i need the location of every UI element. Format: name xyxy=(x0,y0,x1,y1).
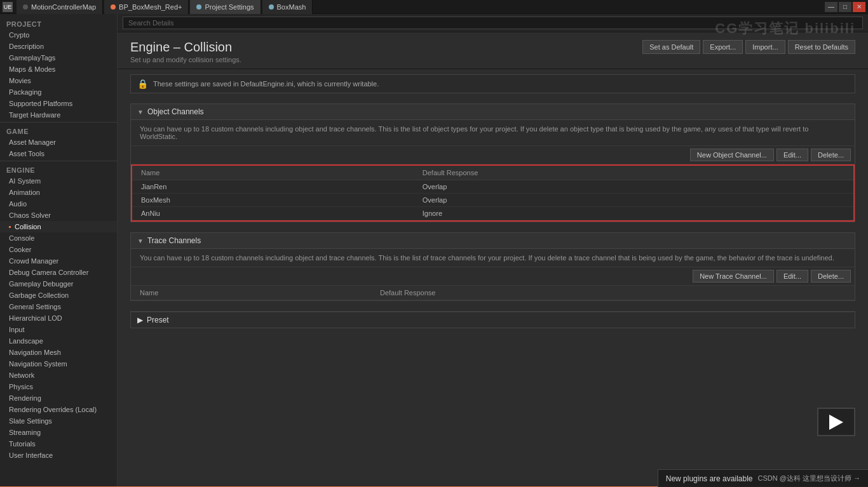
table-row[interactable]: AnNiu Ignore xyxy=(132,207,853,220)
sidebar-item-streaming[interactable]: Streaming xyxy=(0,427,117,438)
csdn-subtext: CSDN @达科 这里想当设计师 → xyxy=(757,474,860,483)
new-object-channel-button[interactable]: New Object Channel... xyxy=(690,149,774,161)
sidebar-item-physics[interactable]: Physics xyxy=(0,381,117,392)
minimize-button[interactable]: — xyxy=(825,2,837,12)
sidebar-item-target-hardware[interactable]: Target Hardware xyxy=(0,109,117,121)
plugin-label: New plugins are available xyxy=(666,474,753,483)
set-as-default-button[interactable]: Set as Default xyxy=(642,40,700,54)
row-response: Ignore xyxy=(414,207,853,220)
row-name: BoxMesh xyxy=(132,194,414,207)
trace-col-response-header: Default Response xyxy=(371,286,855,300)
tab-bp-boxmesh[interactable]: BP_BoxMesh_Red+ xyxy=(104,0,189,14)
sidebar-item-rendering[interactable]: Rendering xyxy=(0,392,117,404)
sidebar-item-audio[interactable]: Audio xyxy=(0,198,117,210)
sidebar-item-tutorials[interactable]: Tutorials xyxy=(0,438,117,450)
new-trace-channel-button[interactable]: New Trace Channel... xyxy=(693,270,774,283)
page-header-left: Engine – Collision Set up and modify col… xyxy=(130,40,241,63)
maximize-button[interactable]: □ xyxy=(839,2,851,12)
trace-channels-table: Name Default Response xyxy=(131,286,855,300)
trace-channels-toolbar: New Trace Channel... Edit... Delete... xyxy=(131,267,855,286)
sidebar-item-maps-modes[interactable]: Maps & Modes xyxy=(0,63,117,75)
sidebar-item-chaos-solver[interactable]: Chaos Solver xyxy=(0,210,117,221)
reset-button[interactable]: Reset to Defaults xyxy=(788,40,855,54)
sidebar-item-debug-camera[interactable]: Debug Camera Controller xyxy=(0,267,117,278)
delete-trace-button[interactable]: Delete... xyxy=(811,270,851,283)
row-response: Overlap xyxy=(414,194,853,207)
page-header: Engine – Collision Set up and modify col… xyxy=(118,32,868,69)
sidebar-item-navigation-system[interactable]: Navigation System xyxy=(0,358,117,370)
trace-col-name-header: Name xyxy=(131,286,371,300)
search-bar xyxy=(118,14,868,32)
edit-trace-button[interactable]: Edit... xyxy=(776,270,808,283)
edit-object-button[interactable]: Edit... xyxy=(776,149,808,161)
project-section-header: Project xyxy=(0,17,117,29)
object-channels-header[interactable]: ▼ Object Channels xyxy=(131,104,855,120)
trace-channels-desc: You can have up to 18 custom channels in… xyxy=(131,249,855,267)
trace-channels-header[interactable]: ▼ Trace Channels xyxy=(131,233,855,249)
sidebar-item-packaging[interactable]: Packaging xyxy=(0,86,117,98)
preset-header[interactable]: ▶ Preset xyxy=(131,312,855,328)
highlighted-table-container: Name Default Response JianRen Overlap Bo… xyxy=(131,164,855,222)
sidebar-item-collision[interactable]: Collision xyxy=(0,221,117,232)
sidebar-item-cooker[interactable]: Cooker xyxy=(0,244,117,255)
delete-object-button[interactable]: Delete... xyxy=(811,149,851,161)
title-bar: UE MotionControllerMap BP_BoxMesh_Red+ P… xyxy=(0,0,868,14)
table-row[interactable]: JianRen Overlap xyxy=(132,180,853,194)
sidebar-item-input[interactable]: Input xyxy=(0,324,117,335)
sidebar-item-supported-platforms[interactable]: Supported Platforms xyxy=(0,98,117,109)
game-section-header: Game xyxy=(0,124,117,137)
sidebar-item-crypto[interactable]: Crypto xyxy=(0,29,117,41)
sidebar: Project Crypto Description GameplayTags … xyxy=(0,14,118,487)
notice-text: These settings are saved in DefaultEngin… xyxy=(153,80,379,88)
title-bar-controls: — □ ✕ xyxy=(825,2,865,12)
sidebar-item-gameplay-debugger[interactable]: Gameplay Debugger xyxy=(0,278,117,290)
sidebar-item-movies[interactable]: Movies xyxy=(0,75,117,86)
sidebar-item-animation[interactable]: Animation xyxy=(0,187,117,198)
trace-channels-panel: ▼ Trace Channels You can have up to 18 c… xyxy=(130,232,855,301)
tab-motioncontrollermap[interactable]: MotionControllerMap xyxy=(17,0,103,14)
sidebar-item-console[interactable]: Console xyxy=(0,232,117,244)
table-row[interactable]: BoxMesh Overlap xyxy=(132,194,853,207)
close-button[interactable]: ✕ xyxy=(853,2,865,12)
ue-logo: UE xyxy=(3,2,13,12)
sidebar-item-asset-manager[interactable]: Asset Manager xyxy=(0,137,117,148)
tab-boxmash[interactable]: BoxMash xyxy=(262,0,313,14)
object-channels-title: Object Channels xyxy=(147,107,204,116)
collapse-arrow: ▼ xyxy=(137,109,144,116)
trace-channels-title: Trace Channels xyxy=(147,236,201,245)
sidebar-item-gameplaytags[interactable]: GameplayTags xyxy=(0,52,117,63)
preset-title: Preset xyxy=(147,316,169,324)
sidebar-item-landscape[interactable]: Landscape xyxy=(0,335,117,347)
sidebar-item-general-settings[interactable]: General Settings xyxy=(0,301,117,312)
sidebar-item-navigation-mesh[interactable]: Navigation Mesh xyxy=(0,347,117,358)
sidebar-item-network[interactable]: Network xyxy=(0,370,117,381)
sidebar-item-description[interactable]: Description xyxy=(0,41,117,52)
info-icon: 🔒 xyxy=(137,79,148,89)
export-button[interactable]: Export... xyxy=(703,40,743,54)
tab-dot xyxy=(196,4,201,10)
tab-dot xyxy=(111,4,116,10)
sidebar-item-slate-settings[interactable]: Slate Settings xyxy=(0,415,117,427)
collapse-arrow: ▼ xyxy=(137,237,144,244)
engine-section-header: Engine xyxy=(0,163,117,175)
sidebar-item-hierarchical-lod[interactable]: Hierarchical LOD xyxy=(0,312,117,324)
sidebar-item-crowd-manager[interactable]: Crowd Manager xyxy=(0,255,117,267)
youtube-button[interactable] xyxy=(817,408,855,436)
tab-dot xyxy=(269,4,274,10)
sidebar-item-rendering-overrides[interactable]: Rendering Overrides (Local) xyxy=(0,404,117,415)
import-button[interactable]: Import... xyxy=(745,40,785,54)
row-name: JianRen xyxy=(132,180,414,194)
sidebar-item-ai-system[interactable]: AI System xyxy=(0,175,117,187)
page-title: Engine – Collision xyxy=(130,40,241,55)
tab-project-settings[interactable]: Project Settings xyxy=(190,0,261,14)
row-response: Overlap xyxy=(414,180,853,194)
object-channels-table: Name Default Response JianRen Overlap Bo… xyxy=(132,166,853,220)
sidebar-item-asset-tools[interactable]: Asset Tools xyxy=(0,148,117,159)
preset-panel: ▶ Preset xyxy=(130,311,855,328)
sidebar-item-garbage-collection[interactable]: Garbage Collection xyxy=(0,290,117,301)
info-notice: 🔒 These settings are saved in DefaultEng… xyxy=(130,74,855,93)
search-input[interactable] xyxy=(123,17,863,29)
sidebar-item-user-interface[interactable]: User Interface xyxy=(0,450,117,461)
title-bar-left: UE MotionControllerMap BP_BoxMesh_Red+ P… xyxy=(3,0,313,14)
main-layout: Project Crypto Description GameplayTags … xyxy=(0,14,868,487)
